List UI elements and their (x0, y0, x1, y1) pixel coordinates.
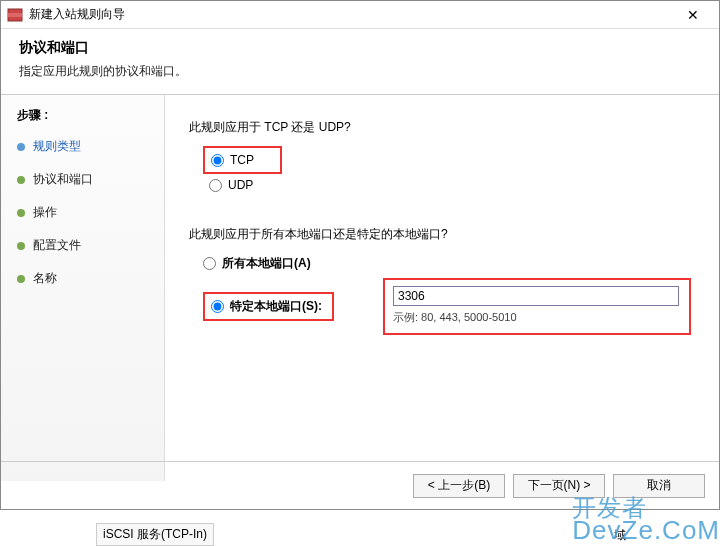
port-example-text: 示例: 80, 443, 5000-5010 (393, 310, 679, 325)
bullet-icon (17, 209, 25, 217)
window-title: 新建入站规则向导 (29, 6, 673, 23)
specific-ports-row: 特定本地端口(S): 示例: 80, 443, 5000-5010 (203, 278, 691, 335)
question-ports: 此规则应用于所有本地端口还是特定的本地端口? (189, 226, 691, 243)
radio-tcp-input[interactable] (211, 154, 224, 167)
page-header: 协议和端口 指定应用此规则的协议和端口。 (1, 29, 719, 95)
background-col: 域 (614, 527, 626, 544)
radio-all-ports-label: 所有本地端口(A) (222, 255, 311, 272)
step-name[interactable]: 名称 (17, 270, 164, 287)
radio-udp-input[interactable] (209, 179, 222, 192)
question-protocol: 此规则应用于 TCP 还是 UDP? (189, 119, 691, 136)
radio-all-ports-input[interactable] (203, 257, 216, 270)
step-label: 操作 (33, 204, 57, 221)
bullet-icon (17, 275, 25, 283)
step-label: 名称 (33, 270, 57, 287)
step-protocol-port[interactable]: 协议和端口 (17, 171, 164, 188)
close-button[interactable]: ✕ (673, 1, 713, 28)
background-row: iSCSI 服务(TCP-In) (96, 523, 214, 546)
specific-ports-highlight-box: 特定本地端口(S): (203, 292, 334, 321)
steps-sidebar: 步骤 : 规则类型 协议和端口 操作 配置文件 名称 (1, 95, 165, 481)
back-button[interactable]: < 上一步(B) (413, 474, 505, 498)
wizard-window: 新建入站规则向导 ✕ 协议和端口 指定应用此规则的协议和端口。 步骤 : 规则类… (0, 0, 720, 510)
port-grid: 所有本地端口(A) 特定本地端口(S): (203, 253, 691, 335)
cancel-button[interactable]: 取消 (613, 474, 705, 498)
step-label: 配置文件 (33, 237, 81, 254)
port-input-highlight-box: 示例: 80, 443, 5000-5010 (383, 278, 691, 335)
firewall-icon (7, 7, 23, 23)
wizard-body: 步骤 : 规则类型 协议和端口 操作 配置文件 名称 此 (1, 95, 719, 481)
step-label: 规则类型 (33, 138, 81, 155)
next-button[interactable]: 下一页(N) > (513, 474, 605, 498)
step-action[interactable]: 操作 (17, 204, 164, 221)
port-input[interactable] (393, 286, 679, 306)
svg-rect-1 (8, 13, 22, 17)
radio-all-ports[interactable]: 所有本地端口(A) (203, 255, 383, 272)
bullet-icon (17, 176, 25, 184)
step-rule-type[interactable]: 规则类型 (17, 138, 164, 155)
radio-tcp[interactable]: TCP (211, 153, 254, 167)
radio-specific-ports-input[interactable] (211, 300, 224, 313)
page-subtitle: 指定应用此规则的协议和端口。 (19, 63, 701, 80)
page-title: 协议和端口 (19, 39, 701, 57)
watermark-line2: DevZe.CoM (572, 519, 720, 542)
radio-udp-label: UDP (228, 178, 253, 192)
tcp-highlight-box: TCP (203, 146, 282, 174)
radio-specific-ports-label: 特定本地端口(S): (230, 298, 322, 315)
radio-specific-ports[interactable]: 特定本地端口(S): (211, 298, 322, 315)
wizard-footer: < 上一步(B) 下一页(N) > 取消 (1, 461, 719, 509)
step-label: 协议和端口 (33, 171, 93, 188)
all-ports-row: 所有本地端口(A) (203, 253, 691, 274)
bullet-icon (17, 143, 25, 151)
step-profile[interactable]: 配置文件 (17, 237, 164, 254)
titlebar: 新建入站规则向导 ✕ (1, 1, 719, 29)
radio-tcp-label: TCP (230, 153, 254, 167)
bullet-icon (17, 242, 25, 250)
radio-udp[interactable]: UDP (209, 178, 691, 192)
steps-label: 步骤 : (17, 107, 164, 124)
port-section: 此规则应用于所有本地端口还是特定的本地端口? 所有本地端口(A) (189, 226, 691, 335)
wizard-content: 此规则应用于 TCP 还是 UDP? TCP UDP 此规则应用于所有本地端口还… (165, 95, 719, 481)
